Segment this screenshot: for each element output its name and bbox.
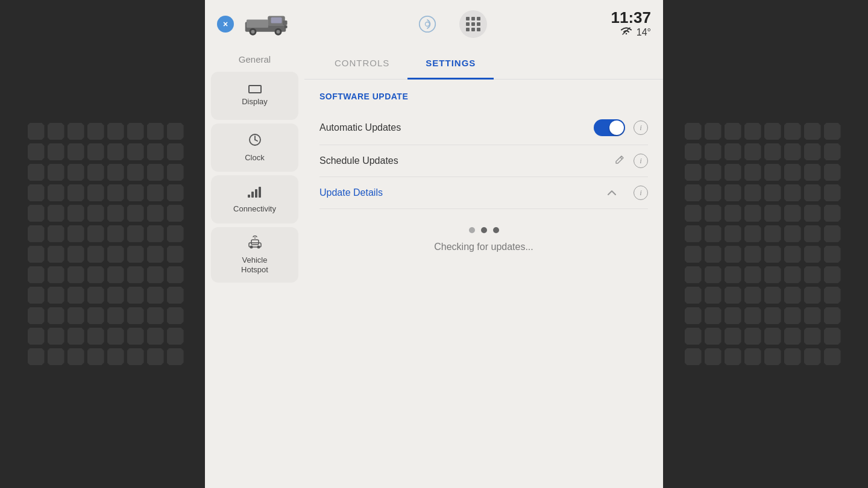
infotainment-screen: ×: [205, 0, 663, 488]
sidebar-item-display[interactable]: Display: [211, 72, 298, 120]
sidebar-item-connectivity-label: Connectivity: [233, 204, 276, 214]
setting-update-details[interactable]: Update Details i: [319, 177, 648, 209]
svg-rect-2: [271, 17, 281, 23]
display-icon: [248, 85, 262, 93]
schedule-updates-actions: i: [614, 154, 648, 168]
dot-2: [481, 227, 487, 233]
main-content: General Display Clock: [205, 48, 663, 488]
section-title: SOFTWARE UPDATE: [319, 92, 648, 101]
update-details-info-button[interactable]: i: [634, 186, 648, 200]
close-button[interactable]: ×: [217, 16, 234, 33]
sidebar-general-label: General: [211, 48, 298, 68]
svg-point-23: [257, 246, 260, 249]
svg-point-10: [420, 16, 435, 32]
connectivity-icon: [247, 186, 263, 201]
sidebar-item-hotspot-label: VehicleHotspot: [241, 255, 268, 274]
svg-point-11: [425, 22, 429, 26]
clock-display: 11:37: [611, 10, 652, 25]
top-bar-right: 11:37 14°: [611, 10, 652, 39]
svg-rect-17: [251, 192, 254, 198]
update-details-label: Update Details: [319, 187, 607, 198]
temperature-display: 14°: [637, 27, 651, 38]
schedule-updates-info-button[interactable]: i: [634, 154, 648, 168]
tab-controls[interactable]: CONTROLS: [316, 48, 407, 80]
svg-point-8: [276, 30, 280, 34]
svg-rect-3: [283, 20, 288, 25]
hotspot-icon: [247, 236, 263, 252]
settings-panel: SOFTWARE UPDATE Automatic Updates i Sche…: [304, 80, 663, 488]
svg-rect-21: [251, 240, 259, 245]
tab-bar: CONTROLS SETTINGS: [304, 48, 663, 80]
svg-line-15: [255, 140, 257, 141]
wifi-icon: [620, 27, 633, 39]
checking-section: Checking for updates...: [319, 209, 648, 271]
sidebar: General Display Clock: [205, 48, 304, 488]
svg-rect-19: [259, 187, 261, 198]
svg-point-6: [251, 30, 254, 34]
clock-icon: [248, 133, 262, 149]
setting-schedule-updates: Schedule Updates i: [319, 145, 648, 177]
automatic-updates-toggle[interactable]: [594, 119, 625, 136]
top-bar: ×: [205, 0, 663, 48]
alexa-button[interactable]: [414, 10, 441, 38]
right-panel: CONTROLS SETTINGS SOFTWARE UPDATE Automa…: [304, 48, 663, 488]
svg-rect-18: [255, 189, 257, 198]
sidebar-item-clock[interactable]: Clock: [211, 124, 298, 172]
tab-settings[interactable]: SETTINGS: [407, 48, 494, 80]
dot-3: [493, 227, 499, 233]
app-grid-button[interactable]: [459, 10, 487, 38]
top-bar-left: ×: [217, 7, 289, 41]
dot-1: [469, 227, 475, 233]
sidebar-item-display-label: Display: [242, 97, 268, 107]
vehicle-icon: [241, 7, 289, 41]
schedule-updates-label: Schedule Updates: [319, 155, 614, 166]
sidebar-item-connectivity[interactable]: Connectivity: [211, 175, 298, 224]
update-details-actions: i: [607, 186, 648, 200]
sidebar-item-hotspot[interactable]: VehicleHotspot: [211, 227, 298, 283]
left-vent-panel: [0, 0, 211, 488]
setting-automatic-updates: Automatic Updates i: [319, 111, 648, 145]
toggle-thumb: [609, 120, 624, 135]
status-row: 14°: [611, 27, 652, 39]
automatic-updates-label: Automatic Updates: [319, 122, 594, 133]
svg-line-24: [620, 157, 622, 159]
svg-rect-9: [285, 25, 288, 28]
svg-rect-16: [248, 195, 250, 198]
top-bar-center: [414, 10, 487, 38]
edit-icon[interactable]: [614, 154, 625, 167]
sidebar-item-clock-label: Clock: [245, 153, 265, 163]
alexa-icon: [418, 15, 436, 33]
svg-rect-4: [247, 20, 268, 28]
grid-icon: [466, 17, 480, 31]
automatic-updates-info-button[interactable]: i: [634, 120, 648, 135]
checking-text: Checking for updates...: [434, 242, 533, 252]
svg-point-22: [250, 246, 253, 249]
right-vent-panel: [657, 0, 868, 488]
automatic-updates-actions: i: [594, 119, 648, 136]
chevron-up-icon: [607, 188, 617, 198]
loading-dots: [469, 227, 499, 233]
